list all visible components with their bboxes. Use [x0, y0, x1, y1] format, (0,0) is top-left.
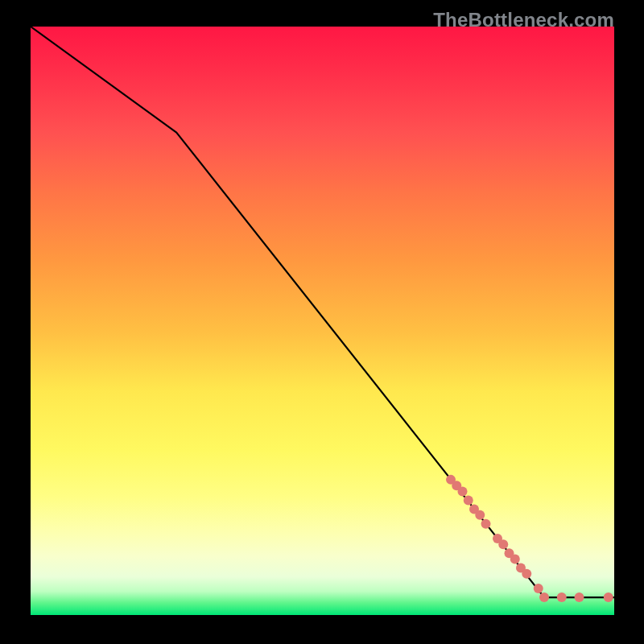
data-point: [534, 584, 543, 593]
data-point: [510, 555, 520, 564]
marker-group: [446, 475, 613, 602]
data-point: [604, 592, 613, 602]
data-point: [557, 592, 567, 602]
data-point: [464, 495, 473, 505]
data-point: [522, 569, 531, 579]
chart-svg: [31, 27, 614, 615]
data-point: [481, 519, 491, 529]
data-point: [458, 486, 468, 496]
data-point: [498, 539, 508, 549]
plot-area: [31, 27, 614, 615]
data-point: [475, 510, 485, 520]
trend-line: [31, 27, 614, 597]
chart-container: TheBottleneck.com: [0, 0, 644, 644]
data-point: [539, 592, 549, 602]
data-point: [575, 592, 584, 602]
